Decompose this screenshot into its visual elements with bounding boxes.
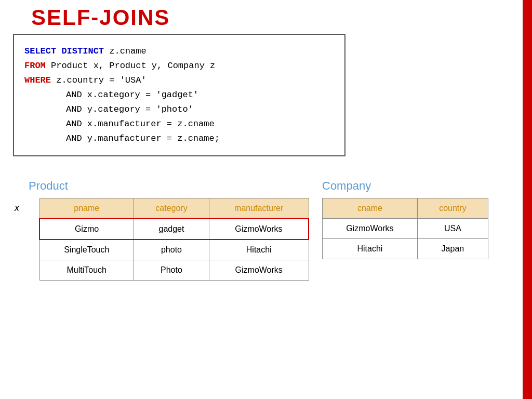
- table-row: SingleTouch photo Hitachi: [39, 240, 309, 260]
- product-table-header-row: pname category manufacturer: [39, 198, 309, 219]
- product-table-title: Product: [29, 179, 309, 193]
- product-table: pname category manufacturer Gizmo gadget…: [39, 198, 309, 281]
- sql-line7-text: AND y.manufacturer = z.cname;: [66, 131, 220, 146]
- table-cell: photo: [134, 240, 209, 260]
- from-keyword: FROM: [24, 61, 46, 71]
- product-col-category: category: [134, 198, 209, 219]
- table-row: GizmoWorks USA: [323, 219, 488, 239]
- table-cell: SingleTouch: [39, 240, 134, 260]
- table-row: Gizmo gadget GizmoWorks: [39, 219, 309, 240]
- company-section: Company cname country GizmoWorks USA Hit…: [322, 179, 488, 259]
- sql-line1-rest: z.cname: [109, 46, 146, 56]
- table-cell: Hitachi: [323, 239, 418, 259]
- table-cell: gadget: [134, 219, 209, 240]
- sql-line3-rest: z.country = 'USA': [56, 75, 146, 85]
- company-table: cname country GizmoWorks USA Hitachi Jap…: [322, 198, 488, 259]
- sql-line6-text: AND x.manufacturer = z.cname: [66, 117, 215, 131]
- where-keyword: WHERE: [24, 75, 51, 85]
- sql-line-6: AND x.manufacturer = z.cname: [24, 117, 334, 131]
- sql-line2-rest: Product x, Product y, Company z: [51, 61, 215, 71]
- sql-line-2: FROM Product x, Product y, Company z: [24, 59, 334, 73]
- distinct-keyword: DISTINCT: [61, 46, 104, 56]
- sql-line-3: WHERE z.country = 'USA': [24, 73, 334, 88]
- right-accent-bar: [523, 0, 532, 399]
- table-cell: Japan: [417, 239, 488, 259]
- sql-line4-text: AND x.category = 'gadget': [66, 88, 198, 102]
- sql-line5-text: AND y.category = 'photo': [66, 102, 193, 117]
- table-cell: USA: [417, 219, 488, 239]
- company-table-title: Company: [322, 179, 488, 193]
- company-col-cname: cname: [323, 198, 418, 219]
- sql-line-1: SELECT DISTINCT z.cname: [24, 44, 334, 59]
- sql-line-7: AND y.manufacturer = z.cname;: [24, 131, 334, 146]
- x-alias-label: x: [15, 203, 19, 214]
- sql-line-5: AND y.category = 'photo': [24, 102, 334, 117]
- page-title: SELF-JOINS: [31, 5, 170, 30]
- table-cell: Hitachi: [209, 240, 309, 260]
- sql-line-4: AND x.category = 'gadget': [24, 88, 334, 102]
- company-table-header-row: cname country: [323, 198, 488, 219]
- table-cell: MultiTouch: [39, 260, 134, 281]
- table-cell: Gizmo: [39, 219, 134, 240]
- table-row: MultiTouch Photo GizmoWorks: [39, 260, 309, 281]
- table-cell: GizmoWorks: [209, 219, 309, 240]
- product-section: Product pname category manufacturer Gizm…: [29, 179, 309, 281]
- table-cell: GizmoWorks: [209, 260, 309, 281]
- table-cell: GizmoWorks: [323, 219, 418, 239]
- sql-code-box: SELECT DISTINCT z.cname FROM Product x, …: [13, 34, 345, 156]
- product-col-pname: pname: [39, 198, 134, 219]
- company-col-country: country: [417, 198, 488, 219]
- table-cell: Photo: [134, 260, 209, 281]
- table-row: Hitachi Japan: [323, 239, 488, 259]
- product-col-manufacturer: manufacturer: [209, 198, 309, 219]
- select-keyword: SELECT: [24, 46, 56, 56]
